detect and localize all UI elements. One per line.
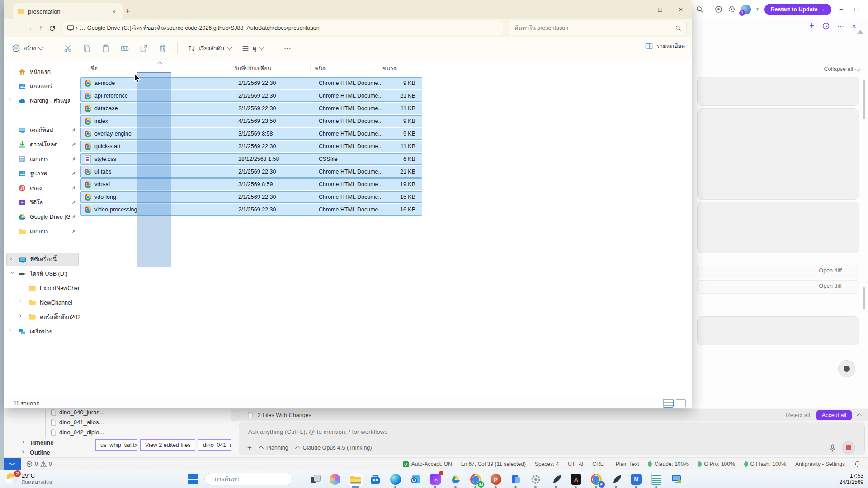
chevron-right-icon[interactable] xyxy=(9,257,15,263)
sidebar-item[interactable]: เครือข่าย xyxy=(6,325,79,338)
editor-maximize-button[interactable]: □ xyxy=(854,6,858,13)
taskbar-icon-sharepoint[interactable] xyxy=(509,473,523,486)
explorer-search[interactable] xyxy=(509,21,687,35)
sidebar-item[interactable]: พีซีเครื่องนี้ xyxy=(6,253,79,266)
sidebar-item[interactable]: คอร์สติ๊กต๊อก2026 xyxy=(6,310,79,324)
explorer-tab[interactable]: presentation × xyxy=(13,3,123,19)
breadcrumb-item[interactable]: ไดรฟ์ของฉัน xyxy=(133,23,165,33)
taskbar-icon-chrome-p2[interactable]: P xyxy=(590,473,603,486)
view-button[interactable]: ดู xyxy=(241,44,264,53)
weather-widget[interactable]: 2 xyxy=(5,472,20,486)
sidebar-item[interactable]: รูปภาพ xyxy=(6,167,79,180)
collapse-all-button[interactable]: Collapse all xyxy=(824,66,860,72)
status-item[interactable]: UTF-8 xyxy=(568,461,583,467)
problems-indicator[interactable]: 0 0 xyxy=(26,461,52,467)
rename-button[interactable] xyxy=(120,44,129,53)
tree-section-timeline[interactable]: Timeline xyxy=(21,439,54,446)
breadcrumb-item[interactable]: docs xyxy=(274,25,286,31)
status-item[interactable]: Ln 67, Col 39 (11 selected) xyxy=(461,461,526,467)
mode-selector[interactable]: Planning xyxy=(260,445,288,451)
back-button[interactable]: ← xyxy=(12,24,19,32)
table-row[interactable]: ui-tabs2/1/2569 22:30Chrome HTML Docume.… xyxy=(80,166,422,178)
model-selector[interactable]: Claude Opus 4.5 (Thinking) xyxy=(297,445,372,451)
chat-input-card[interactable]: + Planning Claude Opus 4.5 (Thinking) xyxy=(239,422,865,455)
taskbar-icon-quill2[interactable] xyxy=(609,473,623,486)
scrollbar[interactable] xyxy=(863,80,865,119)
taskbar-icon-task-view[interactable] xyxy=(308,473,322,486)
cut-button[interactable] xyxy=(63,44,72,53)
status-item[interactable]: CRLF xyxy=(592,461,606,467)
taskbar-icon-notepad[interactable] xyxy=(650,473,663,486)
more-icon[interactable]: ⋯ xyxy=(837,22,845,30)
column-name[interactable]: ชื่อ xyxy=(90,64,98,73)
attach-plus-icon[interactable]: + xyxy=(247,443,252,452)
close-button[interactable]: × xyxy=(670,0,691,19)
sidebar-item[interactable]: NewChannel xyxy=(6,296,79,310)
breadcrumb-overflow[interactable]: … xyxy=(80,25,85,31)
search-icon[interactable] xyxy=(675,25,682,32)
taskbar-icon-google-drive[interactable] xyxy=(449,473,462,486)
table-row[interactable]: video-processing2/1/2569 22:30Chrome HTM… xyxy=(80,204,422,216)
taskbar-icon-powerpoint[interactable]: P xyxy=(489,473,503,486)
taskbar-icon-chrome-sj[interactable]: SJ xyxy=(469,473,482,486)
stop-button[interactable] xyxy=(842,441,855,455)
column-date[interactable]: วันที่ปรับเปลี่ยน xyxy=(234,64,271,73)
new-tab-button[interactable]: + xyxy=(122,6,134,17)
taskbar-icon-settings-gear[interactable] xyxy=(529,473,542,486)
start-button[interactable] xyxy=(188,474,198,484)
status-item[interactable]: G Flash: 100% xyxy=(744,461,786,467)
new-button[interactable]: สร้าง xyxy=(12,44,43,53)
share-button[interactable] xyxy=(139,44,148,53)
breadcrumb-item[interactable]: Google Drive (G:) xyxy=(87,25,132,31)
sidebar-item[interactable]: เอกสาร xyxy=(6,152,79,166)
breadcrumb[interactable]: › … Google Drive (G:)›ไดรฟ์ของฉัน›source… xyxy=(63,21,503,35)
sidebar-item[interactable]: ดาวน์โหลด xyxy=(6,138,79,151)
status-item[interactable]: Auto-Accept: ON xyxy=(402,461,452,468)
status-item[interactable]: Plain Text xyxy=(616,461,639,467)
avatar[interactable]: 1 xyxy=(741,5,751,14)
table-row[interactable]: index4/1/2569 23:50Chrome HTML Docume...… xyxy=(80,115,422,127)
chevron-right-icon[interactable] xyxy=(8,98,14,104)
paste-button[interactable] xyxy=(101,44,110,53)
tree-file-item[interactable]: dino_040_juras... xyxy=(51,409,104,416)
agent-card[interactable] xyxy=(697,202,859,253)
sort-button[interactable]: เรียงลำดับ xyxy=(188,44,231,53)
taskbar-icon-copilot[interactable] xyxy=(328,473,342,486)
table-row[interactable]: ai-mode2/1/2569 22:30Chrome HTML Docume.… xyxy=(80,77,422,89)
breadcrumb-item[interactable]: source code xyxy=(166,25,197,31)
editor-tab[interactable]: dino_041_al xyxy=(198,439,231,451)
explorer-titlebar[interactable]: presentation × + – □ × xyxy=(4,0,692,19)
breadcrumb-item[interactable]: SJ88_AutoBatch xyxy=(231,25,273,31)
accept-all-button[interactable]: Accept all xyxy=(816,410,852,420)
editor-tab[interactable]: View 2 edited files xyxy=(140,439,195,451)
sidebar-item[interactable]: Google Drive (G: xyxy=(6,210,79,224)
taskbar-icon-ia-app[interactable]: IA xyxy=(429,473,442,486)
breadcrumb-item[interactable]: 2026 github xyxy=(199,25,228,31)
mic-icon[interactable] xyxy=(829,444,836,452)
taskbar-icon-outlook[interactable] xyxy=(409,473,422,486)
taskbar-icon-file-explorer[interactable] xyxy=(349,473,363,487)
chevron-down-icon[interactable]: ▾ xyxy=(756,6,759,12)
taskbar-icon-quill[interactable] xyxy=(549,473,563,486)
status-item[interactable] xyxy=(854,460,861,468)
chevron-right-icon[interactable] xyxy=(18,314,24,320)
gear-icon[interactable] xyxy=(728,5,736,13)
sidebar-item[interactable]: Narong - ส่วนบุคคล xyxy=(6,94,79,108)
open-diff-link[interactable]: Open diff xyxy=(819,283,842,289)
taskbar-icon-edge[interactable] xyxy=(389,473,402,486)
new-chat-icon[interactable]: + xyxy=(809,21,815,31)
column-size[interactable]: ขนาด xyxy=(382,64,397,73)
open-diff-link[interactable]: Open diff xyxy=(819,267,842,274)
taskbar-icon-store[interactable] xyxy=(368,473,382,486)
taskbar-clock[interactable]: 17:53 24/1/2569 xyxy=(840,473,863,485)
details-view-toggle[interactable] xyxy=(663,399,673,407)
search-icon[interactable] xyxy=(696,5,704,14)
sidebar-item[interactable]: เอกสาร xyxy=(6,225,79,238)
breadcrumb-item[interactable]: presentation xyxy=(288,25,320,31)
up-button[interactable]: ↑ xyxy=(39,24,42,32)
minimize-button[interactable]: – xyxy=(629,0,650,19)
close-tab-icon[interactable]: × xyxy=(109,8,118,15)
status-item[interactable]: Claude: 100% xyxy=(648,461,688,467)
table-row[interactable]: vdo-long2/1/2569 22:30Chrome HTML Docume… xyxy=(80,191,422,203)
scrollbar[interactable] xyxy=(863,287,865,309)
